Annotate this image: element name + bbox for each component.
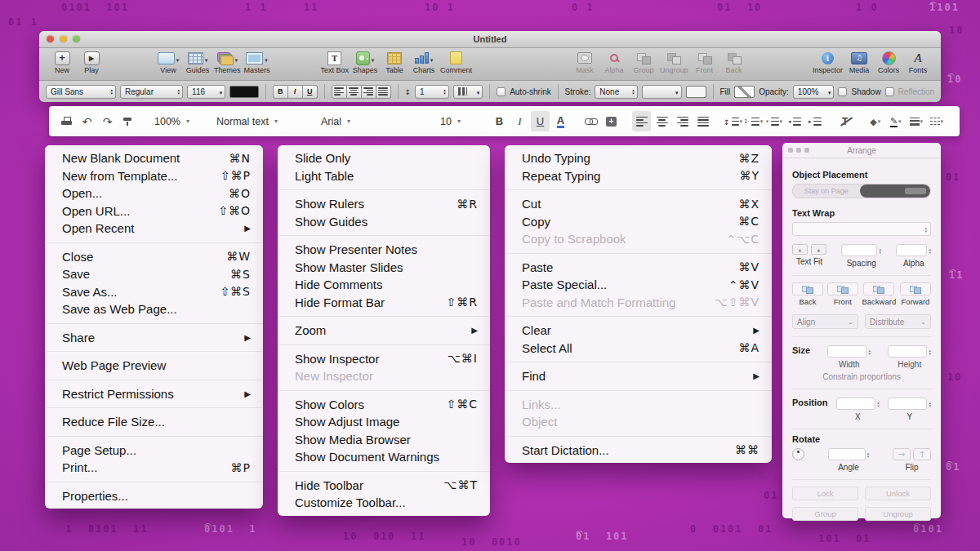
masters-button[interactable]: Masters (243, 50, 272, 74)
guides-button[interactable]: Guides (183, 50, 212, 74)
columns-select[interactable] (453, 85, 483, 99)
menu-item-undo-typing[interactable]: Undo Typing⌘Z (505, 149, 772, 167)
text-fit-shrink-button[interactable] (811, 244, 826, 255)
themes-button[interactable]: Themes (212, 50, 243, 74)
menu-item-repeat-typing[interactable]: Repeat Typing⌘Y (505, 167, 772, 185)
stepper-icon[interactable] (929, 401, 931, 407)
send-backward-button[interactable]: Backward (862, 282, 897, 306)
styles-select[interactable]: Normal text (211, 111, 304, 131)
italic-button[interactable]: I (510, 111, 529, 131)
inspector-toolbar-icons[interactable] (788, 148, 809, 153)
insert-comment-button[interactable] (602, 111, 621, 131)
menu-item-open-url[interactable]: Open URL...⇧⌘O (45, 202, 263, 220)
menu-item-hide-comments[interactable]: Hide Comments (278, 276, 490, 294)
align-right-button[interactable] (362, 85, 376, 99)
fonts-button[interactable]: Fonts (903, 50, 933, 74)
paint-format-button[interactable] (118, 111, 137, 131)
insert-link-button[interactable] (581, 111, 600, 131)
bulleted-list-button[interactable]: • (764, 111, 783, 131)
stroke-select[interactable]: None (595, 85, 637, 99)
numbered-list-button[interactable]: 1· (744, 111, 763, 131)
rotation-knob[interactable] (792, 448, 804, 460)
menu-item-show-inspector[interactable]: Show Inspector⌥⌘I (278, 350, 490, 368)
fill-color-button[interactable] (866, 111, 884, 131)
menu-item-web-page-preview[interactable]: Web Page Preview (45, 357, 263, 375)
bold-button[interactable]: B (490, 111, 509, 131)
undo-button[interactable] (78, 111, 96, 131)
text-color-button[interactable]: A (551, 111, 570, 131)
play-button[interactable]: Play (77, 50, 106, 74)
font-size-select[interactable]: 116 (187, 85, 225, 99)
text-fit-truncate-button[interactable] (792, 244, 808, 255)
align-justify-button[interactable] (376, 85, 391, 99)
clear-formatting-button[interactable]: T (835, 111, 854, 131)
menu-item-open-recent[interactable]: Open Recent▶ (45, 220, 263, 238)
send-to-back-button[interactable]: Back (792, 282, 823, 306)
stroke-style-select[interactable] (642, 85, 682, 99)
shadow-checkbox[interactable] (838, 87, 847, 96)
menu-item-slide-only[interactable]: Slide Only (278, 149, 490, 167)
font-size-select[interactable]: 10 (434, 111, 479, 131)
menu-item-hide-format-bar[interactable]: Hide Format Bar⇧⌘R (278, 294, 490, 312)
align-center-button[interactable] (653, 111, 671, 131)
x-input[interactable] (836, 398, 875, 410)
line-color-button[interactable] (886, 111, 905, 131)
line-spacing-select[interactable]: 1 (415, 85, 449, 99)
increase-indent-button[interactable]: ▸ (805, 111, 824, 131)
font-style-select[interactable]: Regular (120, 85, 183, 99)
menu-item-share[interactable]: Share▶ (45, 329, 263, 347)
menu-item-show-guides[interactable]: Show Guides (278, 213, 490, 231)
stepper-icon[interactable] (929, 349, 931, 355)
align-dropdown[interactable]: Align (792, 314, 858, 329)
italic-button[interactable]: I (288, 85, 303, 99)
close-window-button[interactable] (47, 35, 54, 42)
text-wrap-select[interactable] (792, 222, 931, 236)
text-color-well[interactable] (229, 86, 259, 98)
charts-button[interactable]: Charts (409, 50, 439, 74)
stepper-icon[interactable] (929, 247, 931, 254)
menu-item-new-blank-document[interactable]: New Blank Document⌘N (45, 149, 263, 167)
menu-item-page-setup[interactable]: Page Setup... (45, 442, 263, 460)
stay-on-page-segment[interactable]: Stay on Page (793, 184, 860, 198)
menu-item-new-from-template[interactable]: New from Template...⇧⌘P (45, 167, 263, 185)
menu-item-properties[interactable]: Properties... (45, 487, 263, 505)
align-left-button[interactable] (332, 85, 347, 99)
auto-shrink-checkbox[interactable] (497, 87, 506, 96)
colors-button[interactable]: Colors (874, 50, 903, 74)
menu-item-save-as-web-page[interactable]: Save as Web Page... (45, 300, 263, 318)
inspector-button[interactable]: Inspector (811, 50, 844, 74)
menu-item-zoom[interactable]: Zoom▶ (278, 322, 490, 340)
zoom-window-button[interactable] (73, 35, 80, 42)
menu-item-show-rulers[interactable]: Show Rulers⌘R (278, 195, 490, 213)
align-center-button[interactable] (347, 85, 362, 99)
underline-button[interactable]: U (531, 111, 550, 131)
menu-item-save[interactable]: Save⌘S (45, 265, 263, 283)
stepper-icon[interactable] (879, 247, 881, 254)
menu-item-save-as[interactable]: Save As...⇧⌘S (45, 283, 263, 301)
menu-item-paste-special[interactable]: Paste Special...⌃⌘V (505, 276, 772, 294)
flip-horizontal-button[interactable] (893, 448, 911, 460)
menu-item-hide-toolbar[interactable]: Hide Toolbar⌥⌘T (278, 477, 490, 495)
menu-item-show-colors[interactable]: Show Colors⇧⌘C (278, 396, 490, 414)
line-weight-button[interactable] (906, 111, 925, 131)
bring-forward-button[interactable]: Forward (900, 282, 931, 306)
menu-item-show-adjust-image[interactable]: Show Adjust Image (278, 413, 490, 431)
menu-item-close[interactable]: Close⌘W (45, 248, 263, 266)
menu-item-open[interactable]: Open...⌘O (45, 184, 263, 202)
menu-item-show-document-warnings[interactable]: Show Document Warnings (278, 448, 490, 466)
new-button[interactable]: New (47, 50, 77, 74)
y-input[interactable] (888, 398, 927, 410)
menu-item-paste[interactable]: Paste⌘V (505, 259, 772, 277)
minimize-window-button[interactable] (60, 35, 67, 42)
flip-vertical-button[interactable] (913, 448, 931, 460)
media-button[interactable]: Media (844, 50, 874, 74)
menu-item-print[interactable]: Print...⌘P (45, 459, 263, 477)
alpha-input[interactable] (896, 244, 927, 256)
menu-item-customize-toolbar[interactable]: Customize Toolbar... (278, 494, 490, 512)
stroke-color-well[interactable] (686, 86, 706, 98)
menu-item-show-media-browser[interactable]: Show Media Browser (278, 431, 490, 449)
menu-item-show-presenter-notes[interactable]: Show Presenter Notes (278, 241, 490, 259)
zoom-select[interactable]: 100% (149, 111, 199, 131)
menu-item-restrict-permissions[interactable]: Restrict Permissions▶ (45, 385, 263, 403)
stepper-icon[interactable] (877, 401, 880, 407)
